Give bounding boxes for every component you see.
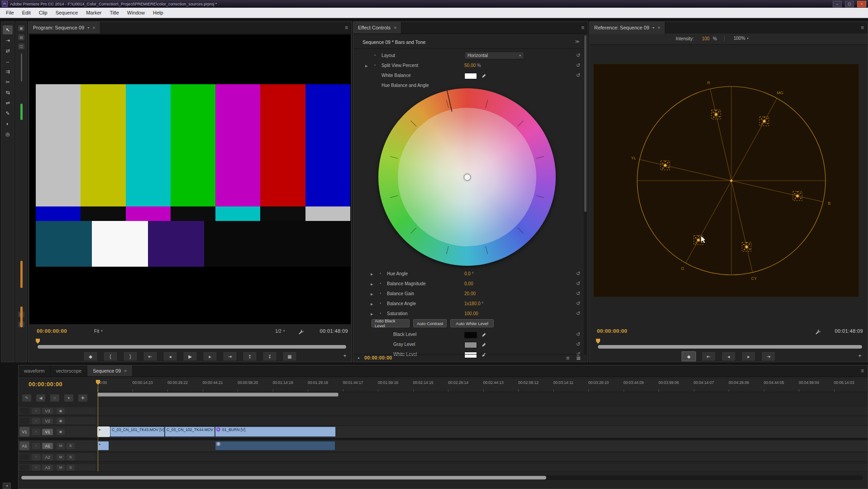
menu-window[interactable]: Window <box>123 9 149 17</box>
add-marker-button[interactable]: ◆ <box>83 351 98 361</box>
play-icon[interactable]: ▸ <box>358 356 360 360</box>
reset-icon[interactable]: ↺ <box>576 341 580 347</box>
menu-marker[interactable]: Marker <box>82 9 105 17</box>
tab-program-sequence[interactable]: Program: Sequence 09 ▾ × <box>29 22 100 34</box>
clip-audio[interactable]: ● <box>215 441 335 451</box>
track-lane-a1[interactable]: ▸● <box>95 441 868 452</box>
button-editor-plus[interactable]: + <box>341 352 349 360</box>
magnification-dropdown[interactable]: 100%▾ <box>734 36 749 41</box>
lock-icon[interactable]: ▫ <box>32 454 40 460</box>
button-editor-plus[interactable]: + <box>856 352 864 360</box>
program-timecode[interactable]: 00:00:00:00 <box>37 328 67 334</box>
scroll-left-arrow[interactable]: ◂ <box>3 483 11 489</box>
clip-bars-and-tone[interactable]: ▸ <box>97 427 110 437</box>
track-select-tool[interactable]: ⇥ <box>3 36 13 45</box>
track-lane-a3[interactable] <box>95 464 868 472</box>
mute-button[interactable]: M <box>57 454 65 460</box>
go-to-in-button[interactable]: ⇤ <box>701 351 716 361</box>
strip-slider[interactable] <box>21 53 22 82</box>
delete-icon[interactable]: ▦ <box>577 355 581 360</box>
track-label-a2[interactable]: A2 <box>42 454 53 460</box>
color-swatch[interactable] <box>464 332 477 338</box>
close-icon[interactable]: × <box>394 25 396 30</box>
param-value[interactable]: 20.00 <box>464 291 476 296</box>
param-value[interactable]: 1x180.0 ° <box>464 301 483 306</box>
export-frame-button[interactable]: ▦ <box>282 351 297 361</box>
twirl-icon[interactable]: ▶ <box>365 64 367 68</box>
stopwatch-icon[interactable]: ◔ <box>379 291 381 296</box>
track-label-a1[interactable]: A1 <box>42 443 53 449</box>
twirl-icon[interactable]: ▶ <box>371 292 373 296</box>
program-playhead[interactable] <box>36 339 40 344</box>
color-swatch[interactable] <box>464 342 477 348</box>
clip-c-03-cn-102-tk44-mov-v-[interactable]: C_03_CN_102_TK44.MOV [V] <box>165 427 215 437</box>
eye-icon[interactable]: ◉ <box>57 418 65 424</box>
zoom-level-dropdown[interactable]: Fit▾ <box>94 329 103 334</box>
twirl-icon[interactable]: ▶ <box>371 273 373 276</box>
close-icon[interactable]: × <box>658 25 660 30</box>
go-to-out-button[interactable]: ⇥ <box>761 351 776 361</box>
clip-01-burn-v-[interactable]: fx01_BURN [V] <box>215 427 336 437</box>
tab-waveform[interactable]: waveform <box>19 365 51 376</box>
stopwatch-icon[interactable]: ◔ <box>373 53 376 58</box>
lock-icon[interactable]: ▫ <box>32 408 40 414</box>
mark-out-button[interactable]: } <box>123 351 138 361</box>
stopwatch-icon[interactable]: ◔ <box>373 63 376 67</box>
track-lane-v1[interactable]: ▸C_03_CN_101_TK43.MOV [V]C_03_CN_102_TK4… <box>95 426 868 438</box>
close-icon[interactable]: × <box>124 368 127 374</box>
track-label-v1[interactable]: V1 <box>42 429 53 435</box>
slide-tool[interactable]: ⇌ <box>3 98 13 107</box>
strip-icon-0[interactable]: ▣ <box>18 25 24 31</box>
step-back-button[interactable]: ◂ <box>721 351 736 361</box>
solo-button[interactable]: S <box>67 465 75 471</box>
track-lane-v3[interactable] <box>95 407 868 416</box>
play-button[interactable]: ▶ <box>183 351 197 361</box>
lock-icon[interactable]: ▫ <box>32 429 40 435</box>
hue-balance-color-wheel[interactable] <box>378 88 556 266</box>
playback-resolution-dropdown[interactable]: 1/2▾ <box>275 329 285 334</box>
twirl-icon[interactable]: ▶ <box>371 283 373 286</box>
eyedropper-icon[interactable] <box>481 72 486 81</box>
extract-button[interactable]: ↧ <box>262 351 277 361</box>
source-patch-v1[interactable]: V1 <box>19 427 29 436</box>
color-swatch[interactable] <box>464 73 477 79</box>
reset-icon[interactable]: ↺ <box>576 291 580 297</box>
reset-icon[interactable]: ↺ <box>576 331 580 337</box>
close-icon[interactable]: × <box>92 25 95 30</box>
solo-button[interactable]: S <box>67 454 75 460</box>
stopwatch-icon[interactable]: ◔ <box>379 301 381 306</box>
stopwatch-icon[interactable]: ◔ <box>379 281 381 286</box>
param-value[interactable]: 100.00 <box>464 311 478 316</box>
rolling-edit-tool[interactable]: ↔ <box>3 57 13 66</box>
reset-icon[interactable]: ↺ <box>576 62 580 68</box>
show-timeline-view-icon[interactable]: ≫ <box>575 39 580 44</box>
intensity-value[interactable]: 100 <box>702 36 710 41</box>
timeline-timecode[interactable]: 00:00:00:00 <box>29 381 62 388</box>
menu-clip[interactable]: Clip <box>35 9 52 17</box>
reset-icon[interactable]: ↺ <box>576 311 580 316</box>
param-value[interactable]: 50.00 % <box>464 63 481 68</box>
minimize-button[interactable]: – <box>833 1 842 7</box>
pen-tool[interactable]: ✎ <box>3 109 13 118</box>
menu-help[interactable]: Help <box>149 9 167 17</box>
source-patch-a2[interactable] <box>19 454 29 460</box>
close-button[interactable]: × <box>857 1 866 7</box>
track-label-a3[interactable]: A3 <box>42 465 53 471</box>
reference-scrub-area[interactable] <box>590 338 868 350</box>
settings-wrench-icon[interactable] <box>298 328 304 336</box>
go-to-in-button[interactable]: ⇤ <box>143 351 157 361</box>
hand-tool[interactable]: ◐ <box>3 119 13 128</box>
step-forward-button[interactable]: ▸ <box>203 351 217 361</box>
step-back-button[interactable]: ◂ <box>163 351 177 361</box>
auto-contrast-button[interactable]: Auto Contrast <box>413 319 447 327</box>
stopwatch-icon[interactable]: ◔ <box>379 311 381 316</box>
twirl-icon[interactable]: ▶ <box>371 312 373 316</box>
stopwatch-icon[interactable]: ◔ <box>379 271 381 276</box>
mark-in-button[interactable]: { <box>103 351 118 361</box>
razor-tool[interactable]: ✂ <box>3 77 13 86</box>
zoom-tool[interactable]: ◎ <box>3 129 13 139</box>
track-lane-a2[interactable] <box>95 453 868 462</box>
lock-icon[interactable]: ▫ <box>32 418 40 424</box>
param-value[interactable]: 0.00 <box>464 281 473 286</box>
source-patch-a1[interactable]: A1 <box>19 441 29 450</box>
